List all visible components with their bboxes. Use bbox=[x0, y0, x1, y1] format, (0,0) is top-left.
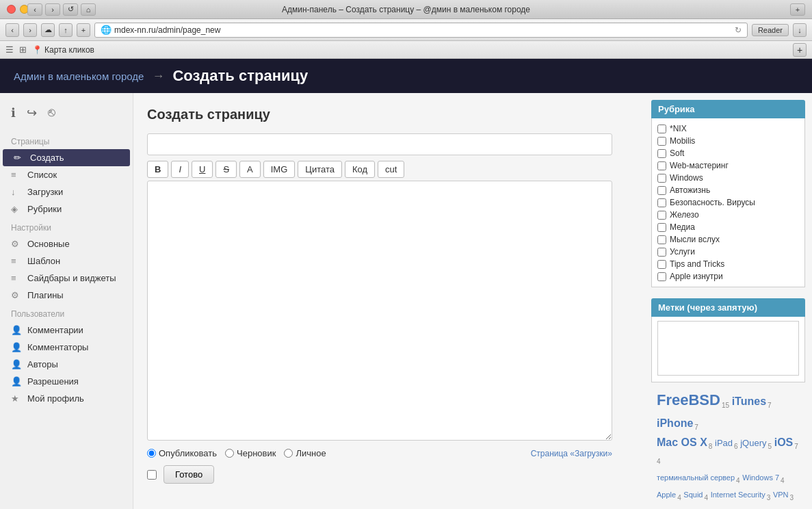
checkbox-avtozhin-input[interactable] bbox=[657, 186, 666, 195]
forward-nav-button[interactable]: › bbox=[23, 23, 37, 37]
sidebar-toggle-icon[interactable]: ☰ bbox=[5, 44, 14, 55]
content-textarea[interactable] bbox=[147, 181, 612, 441]
tag-ipad[interactable]: iPad bbox=[715, 438, 733, 448]
checkbox-media-input[interactable] bbox=[657, 223, 666, 232]
tag-freebsd-count: 15 bbox=[722, 402, 729, 409]
sidebar-item-basic[interactable]: ⚙ Основные bbox=[0, 235, 133, 252]
tag-win7[interactable]: Windows 7 bbox=[742, 473, 779, 482]
tag-freebsd[interactable]: FreeBSD bbox=[657, 391, 720, 408]
logout-icon[interactable]: ⎋ bbox=[48, 105, 55, 120]
tag-terminal[interactable]: терминальный сервер bbox=[657, 473, 735, 482]
content-area: Создать страницу B I U S A IMG Цитата Ко… bbox=[133, 93, 644, 509]
site-name[interactable]: Админ в маленьком городе bbox=[14, 70, 144, 82]
tag-intsec[interactable]: Internet Security bbox=[711, 491, 765, 499]
tag-vpn-count: 3 bbox=[790, 494, 794, 501]
checkbox-mysli-input[interactable] bbox=[657, 235, 666, 244]
code-button[interactable]: Код bbox=[345, 161, 375, 178]
checkbox-security-input[interactable] bbox=[657, 198, 666, 207]
radio-publish[interactable]: Опубликовать bbox=[147, 448, 217, 458]
tags-textarea[interactable] bbox=[657, 321, 799, 376]
sidebar-label-commentators: Комментаторы bbox=[27, 342, 88, 352]
info-icon[interactable]: ℹ bbox=[11, 105, 16, 120]
checkbox-webmaster-input[interactable] bbox=[657, 161, 666, 170]
tag-terminal-count: 4 bbox=[736, 476, 740, 484]
sidebar-item-authors[interactable]: 👤 Авторы bbox=[0, 356, 133, 373]
globe-icon: 🌐 bbox=[101, 25, 112, 35]
tags-cloud: FreeBSD15 iTunes7 iPhone7 Mac OS X8 iPad… bbox=[651, 382, 805, 509]
window-title: Админ-панель – Создать страницу – @дмин … bbox=[282, 5, 530, 14]
sidebar-item-sidebars[interactable]: ≡ Сайдбары и виджеты bbox=[0, 270, 133, 287]
downloads-button[interactable]: ↓ bbox=[793, 23, 807, 37]
checkbox-soft-input[interactable] bbox=[657, 149, 666, 158]
address-field[interactable]: 🌐 mdex-nn.ru/admin/page_new ↻ bbox=[94, 23, 748, 38]
sidebar-item-create[interactable]: ✏ Создать bbox=[3, 149, 130, 166]
add-bookmark-button[interactable]: + bbox=[793, 43, 807, 57]
quote-button[interactable]: Цитата bbox=[298, 161, 342, 178]
tag-jquery[interactable]: jQuery bbox=[740, 438, 766, 448]
checkbox-mysli-label: Мысли вслух bbox=[670, 235, 720, 244]
checkbox-mobilis-input[interactable] bbox=[657, 137, 666, 146]
sidebar-label-permissions: Разрешения bbox=[27, 376, 79, 387]
submit-button[interactable]: Готово bbox=[163, 465, 214, 484]
checkbox-media: Медиа bbox=[657, 221, 799, 233]
tag-ios[interactable]: iOS bbox=[774, 436, 794, 448]
sidebar-label-profile: Мой профиль bbox=[27, 393, 84, 404]
sidebar-item-commentators[interactable]: 👤 Комментаторы bbox=[0, 339, 133, 356]
checkbox-mysli: Мысли вслух bbox=[657, 233, 799, 246]
cloud-button[interactable]: ☁ bbox=[41, 23, 55, 37]
tag-iphone[interactable]: iPhone bbox=[657, 417, 693, 429]
sidebar-item-comments[interactable]: 👤 Комментарии bbox=[0, 322, 133, 339]
checkbox-apple-input[interactable] bbox=[657, 272, 666, 281]
page-link[interactable]: Страница «Загрузки» bbox=[531, 449, 612, 458]
sidebar-item-plugins[interactable]: ⚙ Плагины bbox=[0, 287, 133, 304]
checkbox-windows-input[interactable] bbox=[657, 174, 666, 183]
checkbox-nix-input[interactable] bbox=[657, 125, 666, 133]
img-button[interactable]: IMG bbox=[263, 161, 296, 178]
strike-button[interactable]: S bbox=[215, 161, 237, 178]
apps-icon[interactable]: ⊞ bbox=[19, 44, 27, 55]
sidebar-item-rubrics[interactable]: ◈ Рубрики bbox=[0, 200, 133, 218]
underline-button[interactable]: U bbox=[192, 161, 213, 178]
checkbox-tips-label: Tips and Tricks bbox=[670, 259, 724, 269]
forward-icon[interactable]: ↪ bbox=[27, 105, 37, 120]
authors-icon: 👤 bbox=[11, 359, 22, 369]
zoom-button[interactable]: + bbox=[790, 3, 805, 16]
tag-vpn[interactable]: VPN bbox=[773, 491, 789, 499]
bold-button[interactable]: B bbox=[147, 161, 168, 178]
link-button[interactable]: A bbox=[239, 161, 261, 178]
commentators-icon: 👤 bbox=[11, 342, 22, 352]
sidebar-item-list[interactable]: ≡ Список bbox=[0, 166, 133, 183]
ready-checkbox[interactable] bbox=[147, 470, 157, 480]
checkbox-zhelazo-input[interactable] bbox=[657, 211, 666, 220]
radio-private[interactable]: Личное bbox=[284, 448, 326, 458]
sidebar-item-permissions[interactable]: 👤 Разрешения bbox=[0, 373, 133, 390]
tag-macosx[interactable]: Mac OS X bbox=[657, 436, 707, 448]
sidebar-label-authors: Авторы bbox=[27, 359, 58, 369]
back-button[interactable]: ‹ bbox=[27, 3, 42, 16]
new-tab-button[interactable]: + bbox=[77, 23, 90, 37]
forward-button[interactable]: › bbox=[45, 3, 60, 16]
checkbox-tips-input[interactable] bbox=[657, 260, 666, 269]
reload-button[interactable]: ↺ bbox=[63, 3, 78, 16]
bookmark-item[interactable]: 📍 Карта кликов bbox=[32, 45, 94, 55]
profile-icon: ★ bbox=[11, 393, 22, 404]
radio-draft[interactable]: Черновик bbox=[225, 448, 276, 458]
close-button[interactable] bbox=[7, 5, 16, 14]
checkbox-uslugi-input[interactable] bbox=[657, 248, 666, 257]
title-input[interactable] bbox=[147, 133, 612, 155]
back-nav-button[interactable]: ‹ bbox=[5, 23, 19, 37]
cut-button[interactable]: cut bbox=[378, 161, 404, 178]
sidebar-item-template[interactable]: ≡ Шаблон bbox=[0, 252, 133, 270]
reader-button[interactable]: Reader bbox=[752, 24, 789, 36]
sidebar-group-users: Пользователи bbox=[0, 304, 133, 322]
tag-apple[interactable]: Apple bbox=[657, 491, 676, 499]
home-button[interactable]: ⌂ bbox=[81, 3, 96, 16]
tag-itunes[interactable]: iTunes bbox=[732, 395, 766, 407]
tag-squid[interactable]: Squid bbox=[683, 491, 703, 499]
editor-container: Создать страницу B I U S A IMG Цитата Ко… bbox=[147, 107, 612, 484]
italic-button[interactable]: I bbox=[171, 161, 189, 178]
sidebar-item-downloads[interactable]: ↓ Загрузки bbox=[0, 183, 133, 200]
tag-win7-count: 4 bbox=[781, 476, 785, 484]
share-button[interactable]: ↑ bbox=[59, 23, 73, 37]
sidebar-item-profile[interactable]: ★ Мой профиль bbox=[0, 390, 133, 407]
